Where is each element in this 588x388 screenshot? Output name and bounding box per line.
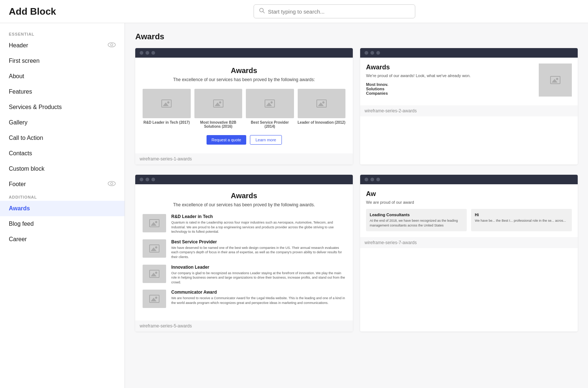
browser-dot [140,51,143,55]
sidebar-item-call-to-action-label: Call to Action [9,135,43,141]
sidebar-item-gallery[interactable]: Gallery [0,115,125,130]
img-placeholder [550,76,560,84]
list-award-name-3: Innovation Leader [171,265,345,270]
sidebar-item-career[interactable]: Career [0,232,125,247]
award-img-1 [143,89,191,118]
wireframe-5-body: Awards The excellence of our services ha… [135,184,353,320]
award-caption-1: R&D Leader in Tech (2017) [143,120,191,124]
list-award-row-2: Best Service Provider We have deserved t… [143,239,345,260]
award-caption-4: Leader of Innovation (2012) [298,120,346,124]
main-layout: ESSENTIAL Header First screen About Feat… [0,23,588,388]
award-caption-3: Best Service Provider (2014) [246,120,294,128]
browser-chrome-5 [135,175,353,184]
list-award-name-2: Best Service Provider [171,239,345,244]
request-quote-button[interactable]: Request a quote [207,135,247,145]
sidebar-item-contacts[interactable]: Contacts [0,146,125,161]
browser-chrome-1 [135,48,353,58]
list-award-desc-2: We have deserved to be named one of the … [171,246,345,260]
sidebar-item-awards[interactable]: Awards [0,201,125,216]
sidebar-item-services-products[interactable]: Services & Products [0,99,125,115]
svg-point-4 [108,181,115,186]
col-award-1: Leading Consultants At the end of 2018, … [366,209,467,231]
sidebar-item-blog-feed[interactable]: Blog feed [0,216,125,232]
img-placeholder [213,99,223,108]
sidebar-item-first-screen-label: First screen [9,58,40,64]
sidebar-item-custom-block[interactable]: Custom block [0,161,125,177]
sidebar-item-call-to-action[interactable]: Call to Action [0,130,125,146]
list-award-row-1: R&D Leader in Tech Quantum is rated in t… [143,214,345,234]
block-label-2: wireframe-series-2-awards [360,105,578,116]
awards-row-2: Awards The excellence of our services ha… [135,175,578,331]
sidebar-item-first-screen[interactable]: First screen [0,53,125,69]
col-award-title-2: Hi [475,213,568,217]
top-bar: Add Block [0,0,588,23]
list-award-img-4 [143,290,166,308]
img-placeholder [149,270,159,278]
sidebar-item-footer-label: Footer [9,181,26,188]
svg-point-5 [111,182,113,185]
sidebar-item-custom-block-label: Custom block [9,166,44,172]
browser-dot [365,51,368,55]
wireframe-5-subtitle: The excellence of our services has been … [143,202,345,207]
list-award-img-1 [143,214,166,232]
browser-dot [370,51,374,55]
page-title: Add Block [9,6,90,17]
essential-section-label: ESSENTIAL [0,29,125,38]
img-placeholder [149,219,159,227]
browser-dot [370,178,374,181]
list-award-img-2 [143,239,166,258]
wireframe-7-cols: Leading Consultants At the end of 2018, … [366,209,572,231]
wireframe-1-buttons: Request a quote Learn more [143,135,345,145]
awards-section-title: Awards [135,32,578,41]
list-award-text-4: Communicator Award We are honored to rec… [171,290,345,305]
browser-dot [376,178,380,181]
content-area: Awards Awards The excellence of our serv… [125,23,588,388]
sidebar-item-awards-label: Awards [9,205,30,212]
wireframe-body-1: Awards The excellence of our services ha… [135,58,353,153]
browser-dot [146,178,149,181]
list-award-desc-4: We are honored to receive a Communicator… [171,296,345,305]
sidebar-item-about[interactable]: About [0,69,125,84]
img-placeholder [149,295,159,303]
sidebar-item-career-label: Career [9,236,27,243]
block-label-1: wireframe-series-1-awards [135,153,353,164]
search-input[interactable] [268,8,410,15]
svg-line-1 [263,12,265,13]
sidebar-item-contacts-label: Contacts [9,150,32,157]
svg-point-2 [108,43,115,47]
eye-icon [108,42,116,49]
block-label-7: wireframe-series-7-awards [360,237,578,248]
sidebar-item-about-label: About [9,73,24,80]
block-label-5: wireframe-series-5-awards [135,320,353,331]
sidebar-item-header[interactable]: Header [0,38,125,53]
award-caption-2: Most Innovative B2B Solutions (2016) [194,120,243,128]
awards-block-2[interactable]: Awards We're proud of our awards! Look, … [360,48,578,164]
search-icon [259,8,265,15]
list-award-text-3: Innovation Leader Our company is glad to… [171,265,345,285]
sidebar-item-header-label: Header [9,42,28,49]
awards-block-1[interactable]: Awards The excellence of our services ha… [135,48,353,164]
browser-dot [365,178,368,181]
sidebar-item-features[interactable]: Features [0,84,125,99]
award-img-2 [194,89,243,118]
awards-block-5[interactable]: Awards The excellence of our services ha… [135,175,353,331]
sidebar-item-features-label: Features [9,88,32,95]
wireframe-5-title: Awards [143,192,345,200]
wireframe-1-subtitle: The excellence of our services has been … [143,77,345,82]
eye-icon-footer [108,181,116,188]
search-wrapper [90,4,579,18]
browser-dot [140,178,143,181]
browser-dot [146,51,149,55]
browser-dot [376,51,380,55]
col-award-title-1: Leading Consultants [370,213,463,217]
sidebar-item-gallery-label: Gallery [9,119,28,126]
browser-chrome-2 [360,48,578,58]
sidebar-item-footer[interactable]: Footer [0,177,125,192]
learn-more-button[interactable]: Learn more [250,135,282,145]
awards-block-7[interactable]: Aw We are proud of our award Leading Con… [360,175,578,331]
list-award-desc-1: Quantum is rated in the Leadership acros… [171,220,345,234]
wireframe-2-body: Awards We're proud of our awards! Look, … [360,58,578,105]
search-box [254,4,415,18]
sidebar-item-blog-feed-label: Blog feed [9,221,34,227]
img-placeholder [149,244,159,253]
